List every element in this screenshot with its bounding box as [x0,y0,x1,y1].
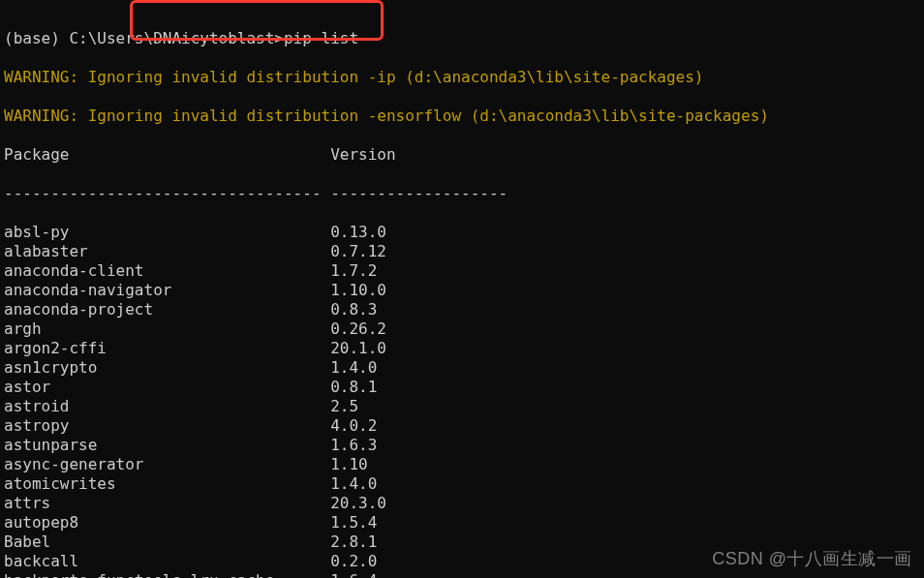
package-version: 1.6.4 [330,571,377,578]
package-name: async-generator [4,455,330,473]
table-row: anaconda-client 1.7.2 [4,261,924,281]
command-prompt-line: (base) C:\Users\DNAicytoblast>pip list [4,29,924,48]
table-divider: ---------------------------------- -----… [4,184,924,203]
package-version: 2.8.1 [330,532,377,551]
package-version: 20.1.0 [330,339,386,357]
package-name: asn1crypto [4,358,330,377]
table-row: alabaster 0.7.12 [4,242,924,261]
package-name: argon2-cffi [4,339,330,357]
package-version: 4.0.2 [330,416,377,435]
package-version: 2.5 [330,397,358,415]
package-version: 1.7.2 [330,261,377,280]
package-name: anaconda-navigator [4,281,330,299]
package-version: 0.13.0 [330,223,386,241]
package-name: autopep8 [4,513,330,532]
table-row: astropy 4.0.2 [4,416,924,436]
package-version: 0.8.1 [330,378,377,396]
package-version: 1.5.4 [330,513,377,532]
package-version: 20.3.0 [330,494,386,512]
package-version: 1.4.0 [330,358,377,377]
package-version: 0.26.2 [330,319,386,338]
watermark-text: CSDN @十八画生减一画 [712,549,912,568]
table-row: absl-py 0.13.0 [4,223,924,242]
table-row: attrs 20.3.0 [4,494,924,513]
warning-line-2: WARNING: Ignoring invalid distribution -… [4,106,924,126]
table-row: asn1crypto 1.4.0 [4,358,924,378]
package-name: astor [4,378,330,396]
package-name: backcall [4,552,330,570]
table-row: astunparse 1.6.3 [4,436,924,455]
table-row: argh 0.26.2 [4,319,924,339]
col-version-header: Version [330,145,395,164]
package-version: 0.2.0 [330,552,377,570]
package-name: absl-py [4,223,330,241]
package-name: attrs [4,494,330,512]
package-name: anaconda-client [4,261,330,280]
package-version: 1.6.3 [330,436,377,454]
package-name: backports.functools-lru-cache [4,571,330,578]
package-version: 1.10 [330,455,368,473]
package-version: 1.4.0 [330,474,377,493]
package-version: 1.10.0 [330,281,386,299]
package-name: Babel [4,532,330,551]
warning-line-1: WARNING: Ignoring invalid distribution -… [4,68,924,87]
package-name: astroid [4,397,330,415]
table-row: astor 0.8.1 [4,378,924,397]
package-version: 0.8.3 [330,300,377,319]
table-row: astroid 2.5 [4,397,924,416]
terminal-output: (base) C:\Users\DNAicytoblast>pip list W… [4,10,924,578]
table-row: anaconda-navigator 1.10.0 [4,281,924,300]
table-row: backports.functools-lru-cache 1.6.4 [4,571,924,578]
table-row: autopep8 1.5.4 [4,513,924,532]
table-header: Package Version [4,145,924,165]
table-row: anaconda-project 0.8.3 [4,300,924,319]
divider-package: ---------------------------------- [4,184,330,202]
package-version: 0.7.12 [330,242,386,260]
package-name: argh [4,319,330,338]
col-package-header: Package [4,145,330,164]
package-name: alabaster [4,242,330,260]
table-row: argon2-cffi 20.1.0 [4,339,924,358]
package-list: absl-py 0.13.0alabaster 0.7.12anaconda-c… [4,223,924,578]
package-name: anaconda-project [4,300,330,319]
package-name: astunparse [4,436,330,454]
table-row: async-generator 1.10 [4,455,924,474]
package-name: atomicwrites [4,474,330,493]
divider-version: ------------------- [330,184,508,202]
table-row: atomicwrites 1.4.0 [4,474,924,494]
package-name: astropy [4,416,330,435]
